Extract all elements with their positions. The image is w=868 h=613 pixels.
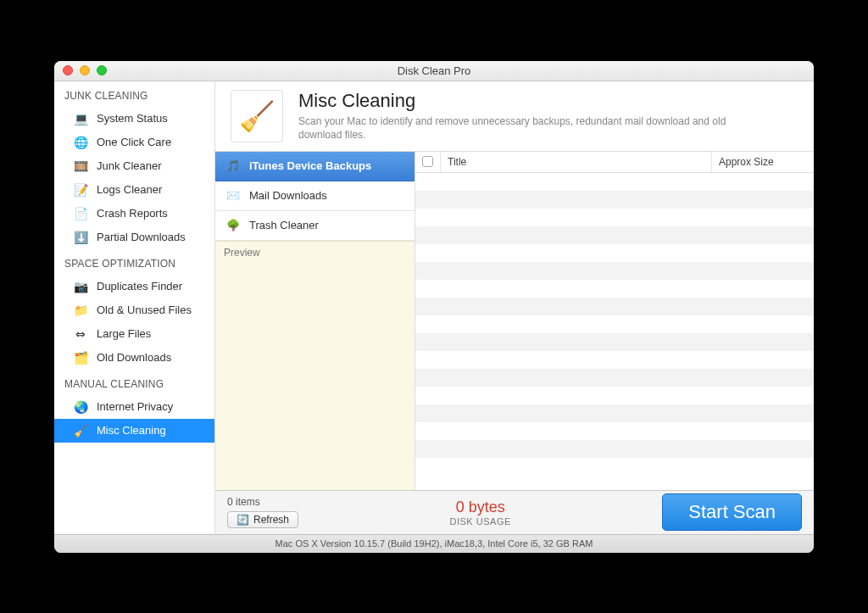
minimize-icon[interactable] xyxy=(80,65,90,75)
table-row xyxy=(415,244,814,262)
footer: 0 items 🔄 Refresh 0 bytes DISK USAGE Sta… xyxy=(215,490,814,534)
envelope-icon: ✉️ xyxy=(225,188,241,203)
sidebar-item-label: System Status xyxy=(97,112,168,125)
checkbox-icon[interactable] xyxy=(422,156,433,167)
table-row xyxy=(415,226,814,244)
sidebar-item-duplicates-finder[interactable]: 📷 Duplicates Finder xyxy=(54,275,214,298)
main-panel: 🧹 Misc Cleaning Scan your Mac to identif… xyxy=(215,81,814,534)
arrows-icon: ⇔ xyxy=(73,326,88,342)
table-row xyxy=(415,440,814,458)
header-panel: 🧹 Misc Cleaning Scan your Mac to identif… xyxy=(215,81,814,152)
globe-icon: 🌐 xyxy=(73,135,88,150)
sidebar-item-label: Crash Reports xyxy=(97,207,168,220)
broom-big-icon: 🧹 xyxy=(231,90,283,142)
preview-label: Preview xyxy=(224,247,260,259)
refresh-label: Refresh xyxy=(253,514,289,526)
table-row xyxy=(415,209,814,226)
status-bar: Mac OS X Version 10.15.7 (Build 19H2), i… xyxy=(54,534,814,553)
document-icon: 📄 xyxy=(73,206,88,221)
start-scan-button[interactable]: Start Scan xyxy=(662,493,802,531)
table-row xyxy=(415,404,814,422)
sidebar-item-label: Partial Downloads xyxy=(97,231,186,243)
refresh-icon: 🔄 xyxy=(236,514,249,526)
sidebar-item-label: Logs Cleaner xyxy=(97,183,162,196)
sidebar-item-misc-cleaning[interactable]: 🧹 Misc Cleaning xyxy=(54,419,214,443)
table-row xyxy=(415,387,814,404)
sidebar-item-internet-privacy[interactable]: 🌏 Internet Privacy xyxy=(54,395,214,419)
window-title: Disk Clean Pro xyxy=(398,64,471,77)
monitor-icon: 💻 xyxy=(73,111,88,126)
table-row xyxy=(415,422,814,440)
refresh-button[interactable]: 🔄 Refresh xyxy=(227,511,298,528)
category-itunes-backups[interactable]: 🎵 iTunes Device Backups xyxy=(215,152,415,181)
table-row xyxy=(415,351,814,369)
sidebar-item-crash-reports[interactable]: 📄 Crash Reports xyxy=(54,202,214,226)
results-column: Title Approx Size xyxy=(415,152,814,490)
music-icon: 🎵 xyxy=(225,159,241,174)
column-title[interactable]: Title xyxy=(441,152,712,172)
category-label: Trash Cleaner xyxy=(249,219,319,231)
sidebar-item-system-status[interactable]: 💻 System Status xyxy=(54,107,214,131)
category-trash-cleaner[interactable]: 🌳 Trash Cleaner xyxy=(215,211,415,241)
group-header: JUNK CLEANING xyxy=(54,81,214,107)
traffic-lights xyxy=(63,65,107,75)
table-row xyxy=(415,333,814,351)
sidebar-item-junk-cleaner[interactable]: 🎞️ Junk Cleaner xyxy=(54,154,214,178)
sidebar-item-old-downloads[interactable]: 🗂️ Old Downloads xyxy=(54,346,214,370)
table-header: Title Approx Size xyxy=(415,152,814,173)
broom-icon: 🧹 xyxy=(73,423,88,438)
sidebar-item-logs-cleaner[interactable]: 📝 Logs Cleaner xyxy=(54,178,214,202)
earth-icon: 🌏 xyxy=(73,399,88,415)
system-info: Mac OS X Version 10.15.7 (Build 19H2), i… xyxy=(275,538,593,549)
category-label: Mail Downloads xyxy=(249,189,327,202)
close-icon[interactable] xyxy=(63,65,73,75)
zoom-icon[interactable] xyxy=(97,65,107,75)
page-subtitle: Scan your Mac to identify and remove unn… xyxy=(298,114,739,142)
table-row xyxy=(415,369,814,387)
group-header: SPACE OPTIMIZATION xyxy=(54,249,214,275)
titlebar[interactable]: Disk Clean Pro xyxy=(54,61,814,81)
column-size[interactable]: Approx Size xyxy=(712,152,814,172)
sidebar-item-label: Large Files xyxy=(97,327,151,340)
sidebar-item-old-unused-files[interactable]: 📁 Old & Unused Files xyxy=(54,298,214,322)
sidebar-item-partial-downloads[interactable]: ⬇️ Partial Downloads xyxy=(54,226,214,249)
disk-usage-bytes: 0 bytes xyxy=(310,499,650,516)
sidebar-item-label: Misc Cleaning xyxy=(97,424,166,437)
tree-icon: 🌳 xyxy=(225,218,241,233)
sidebar-item-label: Old Downloads xyxy=(97,351,171,364)
sidebar-item-label: Internet Privacy xyxy=(97,400,173,413)
category-column: 🎵 iTunes Device Backups ✉️ Mail Download… xyxy=(215,152,415,490)
sidebar-item-label: Old & Unused Files xyxy=(97,304,192,316)
film-icon: 🎞️ xyxy=(73,159,88,174)
table-row xyxy=(415,262,814,280)
category-mail-downloads[interactable]: ✉️ Mail Downloads xyxy=(215,181,415,211)
sidebar-item-large-files[interactable]: ⇔ Large Files xyxy=(54,322,214,346)
sidebar-item-label: One Click Care xyxy=(97,136,171,148)
table-row xyxy=(415,298,814,315)
table-row xyxy=(415,173,814,191)
archive-icon: 🗂️ xyxy=(73,350,88,365)
category-label: iTunes Device Backups xyxy=(249,159,371,172)
disk-usage-label: DISK USAGE xyxy=(310,516,650,527)
select-all-header[interactable] xyxy=(415,152,441,172)
page-title: Misc Cleaning xyxy=(298,90,739,112)
table-row xyxy=(415,280,814,298)
group-header: MANUAL CLEANING xyxy=(54,370,214,395)
preview-panel: Preview xyxy=(215,241,415,490)
sidebar-item-label: Junk Cleaner xyxy=(97,159,162,172)
app-window: Disk Clean Pro JUNK CLEANING 💻 System St… xyxy=(54,61,814,553)
table-body xyxy=(415,173,814,490)
pencil-icon: 📝 xyxy=(73,182,88,198)
sidebar: JUNK CLEANING 💻 System Status 🌐 One Clic… xyxy=(54,81,215,534)
start-scan-label: Start Scan xyxy=(688,501,776,522)
download-icon: ⬇️ xyxy=(73,230,88,245)
table-row xyxy=(415,191,814,209)
sidebar-item-one-click-care[interactable]: 🌐 One Click Care xyxy=(54,131,214,154)
table-row xyxy=(415,315,814,333)
sidebar-item-label: Duplicates Finder xyxy=(97,280,182,293)
folder-icon: 📁 xyxy=(73,303,88,318)
camera-icon: 📷 xyxy=(73,279,88,294)
items-count: 0 items xyxy=(227,496,298,508)
